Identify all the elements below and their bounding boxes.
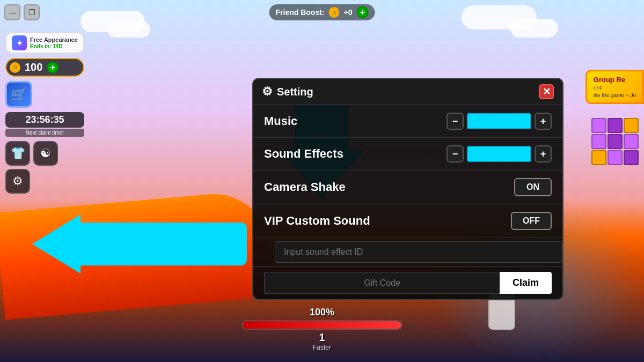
timer-display: 23:56:35 xyxy=(5,112,84,128)
add-icon: + xyxy=(360,8,365,17)
claim-button[interactable]: Claim xyxy=(500,272,552,294)
gift-code-row: Claim xyxy=(253,267,562,299)
vip-sound-value: OFF xyxy=(523,216,540,225)
modal-title-area: ⚙ Setting xyxy=(262,85,313,99)
window-controls: — ❐ xyxy=(4,4,40,20)
minimize-icon: — xyxy=(9,8,16,17)
timer-subtitle: Next claim time! xyxy=(5,129,84,137)
cloud-4 xyxy=(510,19,558,38)
friend-boost-add-button[interactable]: + xyxy=(356,6,368,18)
sound-id-row xyxy=(253,238,562,267)
modal-title-text: Setting xyxy=(277,86,313,98)
cloud-2 xyxy=(107,21,150,38)
friend-boost-value: +0 xyxy=(344,8,353,17)
sound-effects-control: − + xyxy=(447,145,552,162)
friend-boost-hud: Friend Boost: ⊙ +0 + xyxy=(269,4,375,20)
music-plus-icon: + xyxy=(540,116,546,127)
close-modal-button[interactable]: ✕ xyxy=(539,84,554,99)
block-4 xyxy=(591,134,606,149)
shirt-button[interactable]: 👕 xyxy=(5,141,30,166)
block-1 xyxy=(591,118,606,133)
vip-sound-setting-row: VIP Custom Sound OFF xyxy=(253,204,562,238)
group-reward-panel[interactable]: Group Re r74 ike the game + Jo xyxy=(586,70,644,104)
free-appearance-icon: ✦ xyxy=(12,35,27,50)
settings-modal: ⚙ Setting ✕ Music − + Sound Effects xyxy=(252,78,564,300)
modal-header: ⚙ Setting ✕ xyxy=(253,79,562,105)
block-5 xyxy=(608,134,623,149)
sfx-plus-button[interactable]: + xyxy=(535,145,552,162)
music-control: − + xyxy=(447,113,552,130)
settings-hud-icon: ⚙ xyxy=(12,174,23,188)
camera-shake-value: ON xyxy=(526,182,539,191)
sfx-slider[interactable] xyxy=(467,146,531,162)
sfx-minus-icon: − xyxy=(452,149,458,160)
group-reward-suffix: r74 xyxy=(594,85,636,91)
camera-shake-toggle[interactable]: ON xyxy=(514,178,552,196)
block-2 xyxy=(608,118,623,133)
progress-section: 100% xyxy=(241,307,402,330)
settings-hud-button[interactable]: ⚙ xyxy=(5,169,30,194)
block-9 xyxy=(624,150,639,165)
decorative-blocks xyxy=(591,118,639,165)
gear-icon: ⚙ xyxy=(262,85,273,99)
vip-sound-label: VIP Custom Sound xyxy=(264,214,370,228)
camera-shake-label: Camera Shake xyxy=(264,180,346,194)
sfx-minus-button[interactable]: − xyxy=(447,145,464,162)
coins-add-button[interactable]: + xyxy=(47,62,58,73)
cart-icon: 🛒 xyxy=(11,87,27,102)
bottom-counter: 1 Faster xyxy=(313,331,331,351)
counter-label: Faster xyxy=(313,344,331,351)
free-appearance-text: Free Appearance Ends in: 14D xyxy=(30,36,78,49)
block-7 xyxy=(591,150,606,165)
counter-number: 1 xyxy=(313,331,331,344)
progress-bar-fill xyxy=(243,321,401,329)
sound-effects-label: Sound Effects xyxy=(264,147,343,161)
music-slider[interactable] xyxy=(467,113,531,129)
group-reward-title: Group Re xyxy=(594,76,636,84)
block-3 xyxy=(624,118,639,133)
restore-icon: ❐ xyxy=(28,8,35,17)
gift-code-input[interactable] xyxy=(264,272,500,294)
coins-value: 100 xyxy=(25,61,42,73)
music-plus-button[interactable]: + xyxy=(535,113,552,130)
free-appearance-badge[interactable]: ✦ Free Appearance Ends in: 14D xyxy=(5,32,84,54)
swirl-button[interactable]: ☯ xyxy=(33,141,58,166)
block-8 xyxy=(608,150,623,165)
bottom-icons-row: 👕 ☯ xyxy=(5,141,84,166)
free-appearance-sub: Ends in: 14D xyxy=(30,43,78,49)
music-minus-button[interactable]: − xyxy=(447,113,464,130)
shirt-icon: 👕 xyxy=(11,146,25,160)
left-hud: ✦ Free Appearance Ends in: 14D ⊙ 100 + 🛒… xyxy=(5,32,84,194)
progress-label: 100% xyxy=(241,307,402,318)
timer-value: 23:56:35 xyxy=(25,114,64,125)
coin-icon: ⊙ xyxy=(10,62,20,73)
progress-bar-background xyxy=(241,320,402,330)
vip-sound-toggle[interactable]: OFF xyxy=(511,212,552,230)
boost-coin-icon: ⊙ xyxy=(329,7,340,18)
minimize-button[interactable]: — xyxy=(4,4,20,20)
close-icon: ✕ xyxy=(543,86,551,98)
restore-button[interactable]: ❐ xyxy=(24,4,40,20)
swirl-icon: ☯ xyxy=(40,146,51,160)
coins-display: ⊙ 100 + xyxy=(5,58,84,77)
camera-shake-setting-row: Camera Shake ON xyxy=(253,171,562,204)
sound-id-input[interactable] xyxy=(275,241,562,263)
block-6 xyxy=(624,134,639,149)
music-minus-icon: − xyxy=(452,116,458,127)
sfx-plus-icon: + xyxy=(540,149,546,160)
group-reward-sub: ike the game + Jo xyxy=(594,92,636,98)
modal-body: Music − + Sound Effects − + xyxy=(253,105,562,299)
music-label: Music xyxy=(264,114,297,128)
music-setting-row: Music − + xyxy=(253,105,562,138)
friend-boost-label: Friend Boost: xyxy=(276,8,325,17)
claim-label: Claim xyxy=(513,277,539,288)
coins-add-icon: + xyxy=(50,63,55,72)
cart-button[interactable]: 🛒 xyxy=(5,81,32,108)
free-appearance-label: Free Appearance xyxy=(30,36,78,43)
sound-effects-setting-row: Sound Effects − + xyxy=(253,138,562,171)
